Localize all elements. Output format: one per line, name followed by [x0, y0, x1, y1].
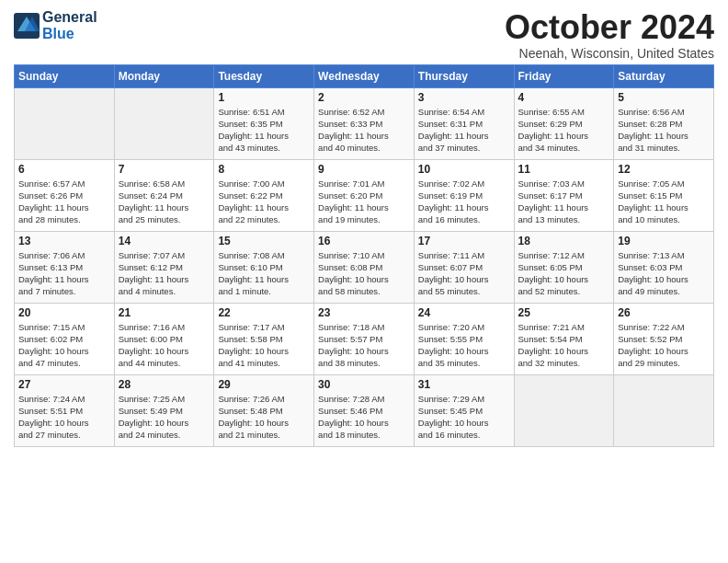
logo-general: General — [42, 9, 97, 26]
calendar-cell: 1Sunrise: 6:51 AM Sunset: 6:35 PM Daylig… — [214, 87, 314, 159]
calendar-cell: 2Sunrise: 6:52 AM Sunset: 6:33 PM Daylig… — [314, 87, 415, 159]
day-number: 29 — [218, 378, 310, 391]
day-info: Sunrise: 7:11 AM Sunset: 6:07 PM Dayligh… — [418, 249, 510, 298]
day-info: Sunrise: 7:26 AM Sunset: 5:48 PM Dayligh… — [218, 393, 310, 442]
calendar-cell — [514, 374, 614, 446]
calendar-cell: 30Sunrise: 7:28 AM Sunset: 5:46 PM Dayli… — [314, 374, 415, 446]
calendar-cell: 24Sunrise: 7:20 AM Sunset: 5:55 PM Dayli… — [414, 303, 514, 374]
day-number: 18 — [518, 235, 610, 247]
calendar-cell: 14Sunrise: 7:07 AM Sunset: 6:12 PM Dayli… — [114, 231, 214, 303]
calendar-cell: 20Sunrise: 7:15 AM Sunset: 6:02 PM Dayli… — [15, 303, 115, 374]
col-monday: Monday — [114, 64, 214, 87]
calendar-cell: 23Sunrise: 7:18 AM Sunset: 5:57 PM Dayli… — [314, 303, 415, 374]
logo-icon — [14, 13, 40, 39]
calendar-cell: 7Sunrise: 6:58 AM Sunset: 6:24 PM Daylig… — [114, 159, 214, 231]
logo: General Blue — [14, 9, 97, 41]
calendar-cell: 16Sunrise: 7:10 AM Sunset: 6:08 PM Dayli… — [314, 231, 415, 303]
day-number: 1 — [218, 91, 310, 104]
location: Neenah, Wisconsin, United States — [505, 46, 714, 61]
calendar-row-2: 13Sunrise: 7:06 AM Sunset: 6:13 PM Dayli… — [15, 231, 714, 303]
day-info: Sunrise: 6:52 AM Sunset: 6:33 PM Dayligh… — [318, 106, 410, 155]
calendar-row-0: 1Sunrise: 6:51 AM Sunset: 6:35 PM Daylig… — [15, 87, 714, 159]
col-wednesday: Wednesday — [314, 64, 415, 87]
day-info: Sunrise: 6:56 AM Sunset: 6:28 PM Dayligh… — [618, 106, 710, 155]
calendar-cell: 13Sunrise: 7:06 AM Sunset: 6:13 PM Dayli… — [15, 231, 115, 303]
calendar-cell: 3Sunrise: 6:54 AM Sunset: 6:31 PM Daylig… — [414, 87, 514, 159]
day-number: 2 — [318, 91, 410, 104]
calendar-cell — [114, 87, 214, 159]
day-info: Sunrise: 7:16 AM Sunset: 6:00 PM Dayligh… — [119, 321, 210, 370]
calendar-cell: 6Sunrise: 6:57 AM Sunset: 6:26 PM Daylig… — [15, 159, 115, 231]
day-number: 3 — [418, 91, 510, 104]
calendar-cell: 9Sunrise: 7:01 AM Sunset: 6:20 PM Daylig… — [314, 159, 415, 231]
day-number: 14 — [119, 235, 210, 247]
day-number: 25 — [518, 306, 610, 319]
day-info: Sunrise: 7:18 AM Sunset: 5:57 PM Dayligh… — [318, 321, 410, 370]
day-number: 16 — [318, 235, 410, 247]
day-number: 5 — [618, 91, 710, 104]
day-number: 20 — [18, 306, 110, 319]
day-number: 19 — [618, 235, 710, 247]
day-number: 8 — [218, 163, 310, 176]
day-number: 23 — [318, 306, 410, 319]
day-number: 26 — [618, 306, 710, 319]
day-info: Sunrise: 7:08 AM Sunset: 6:10 PM Dayligh… — [218, 249, 310, 298]
day-info: Sunrise: 6:54 AM Sunset: 6:31 PM Dayligh… — [418, 106, 510, 155]
calendar-cell: 10Sunrise: 7:02 AM Sunset: 6:19 PM Dayli… — [414, 159, 514, 231]
calendar-cell: 31Sunrise: 7:29 AM Sunset: 5:45 PM Dayli… — [414, 374, 514, 446]
header-area: General Blue October 2024 Neenah, Wiscon… — [14, 9, 714, 61]
day-number: 21 — [119, 306, 210, 319]
main-container: General Blue October 2024 Neenah, Wiscon… — [0, 0, 728, 452]
day-number: 17 — [418, 235, 510, 247]
calendar-cell: 12Sunrise: 7:05 AM Sunset: 6:15 PM Dayli… — [614, 159, 714, 231]
logo-blue: Blue — [42, 26, 97, 42]
day-number: 10 — [418, 163, 510, 176]
calendar-cell: 15Sunrise: 7:08 AM Sunset: 6:10 PM Dayli… — [214, 231, 314, 303]
day-info: Sunrise: 6:57 AM Sunset: 6:26 PM Dayligh… — [18, 178, 110, 226]
day-number: 11 — [518, 163, 610, 176]
calendar-cell: 18Sunrise: 7:12 AM Sunset: 6:05 PM Dayli… — [514, 231, 614, 303]
day-info: Sunrise: 7:29 AM Sunset: 5:45 PM Dayligh… — [418, 393, 510, 442]
day-info: Sunrise: 7:10 AM Sunset: 6:08 PM Dayligh… — [318, 249, 410, 298]
header-row: Sunday Monday Tuesday Wednesday Thursday… — [15, 64, 714, 87]
calendar-cell: 28Sunrise: 7:25 AM Sunset: 5:49 PM Dayli… — [114, 374, 214, 446]
calendar-row-3: 20Sunrise: 7:15 AM Sunset: 6:02 PM Dayli… — [15, 303, 714, 374]
title-area: October 2024 Neenah, Wisconsin, United S… — [505, 9, 714, 61]
day-info: Sunrise: 7:01 AM Sunset: 6:20 PM Dayligh… — [318, 178, 410, 226]
calendar-cell: 27Sunrise: 7:24 AM Sunset: 5:51 PM Dayli… — [15, 374, 115, 446]
col-saturday: Saturday — [614, 64, 714, 87]
calendar-cell: 17Sunrise: 7:11 AM Sunset: 6:07 PM Dayli… — [414, 231, 514, 303]
day-number: 9 — [318, 163, 410, 176]
day-number: 27 — [18, 378, 110, 391]
day-number: 4 — [518, 91, 610, 104]
calendar-cell: 8Sunrise: 7:00 AM Sunset: 6:22 PM Daylig… — [214, 159, 314, 231]
day-number: 12 — [618, 163, 710, 176]
calendar-row-4: 27Sunrise: 7:24 AM Sunset: 5:51 PM Dayli… — [15, 374, 714, 446]
day-number: 30 — [318, 378, 410, 391]
calendar-table: Sunday Monday Tuesday Wednesday Thursday… — [14, 64, 714, 447]
calendar-cell: 19Sunrise: 7:13 AM Sunset: 6:03 PM Dayli… — [614, 231, 714, 303]
day-number: 28 — [119, 378, 210, 391]
calendar-cell: 22Sunrise: 7:17 AM Sunset: 5:58 PM Dayli… — [214, 303, 314, 374]
day-info: Sunrise: 7:24 AM Sunset: 5:51 PM Dayligh… — [18, 393, 110, 442]
day-number: 7 — [119, 163, 210, 176]
day-number: 22 — [218, 306, 310, 319]
day-info: Sunrise: 7:28 AM Sunset: 5:46 PM Dayligh… — [318, 393, 410, 442]
day-info: Sunrise: 7:17 AM Sunset: 5:58 PM Dayligh… — [218, 321, 310, 370]
calendar-cell: 29Sunrise: 7:26 AM Sunset: 5:48 PM Dayli… — [214, 374, 314, 446]
col-thursday: Thursday — [414, 64, 514, 87]
day-number: 13 — [18, 235, 110, 247]
day-info: Sunrise: 7:06 AM Sunset: 6:13 PM Dayligh… — [18, 249, 110, 298]
day-info: Sunrise: 7:25 AM Sunset: 5:49 PM Dayligh… — [119, 393, 210, 442]
day-number: 24 — [418, 306, 510, 319]
day-info: Sunrise: 7:15 AM Sunset: 6:02 PM Dayligh… — [18, 321, 110, 370]
calendar-cell: 5Sunrise: 6:56 AM Sunset: 6:28 PM Daylig… — [614, 87, 714, 159]
day-number: 15 — [218, 235, 310, 247]
calendar-cell: 25Sunrise: 7:21 AM Sunset: 5:54 PM Dayli… — [514, 303, 614, 374]
day-info: Sunrise: 7:07 AM Sunset: 6:12 PM Dayligh… — [119, 249, 210, 298]
col-sunday: Sunday — [15, 64, 115, 87]
col-tuesday: Tuesday — [214, 64, 314, 87]
day-info: Sunrise: 7:12 AM Sunset: 6:05 PM Dayligh… — [518, 249, 610, 298]
day-info: Sunrise: 7:05 AM Sunset: 6:15 PM Dayligh… — [618, 178, 710, 226]
calendar-cell — [614, 374, 714, 446]
